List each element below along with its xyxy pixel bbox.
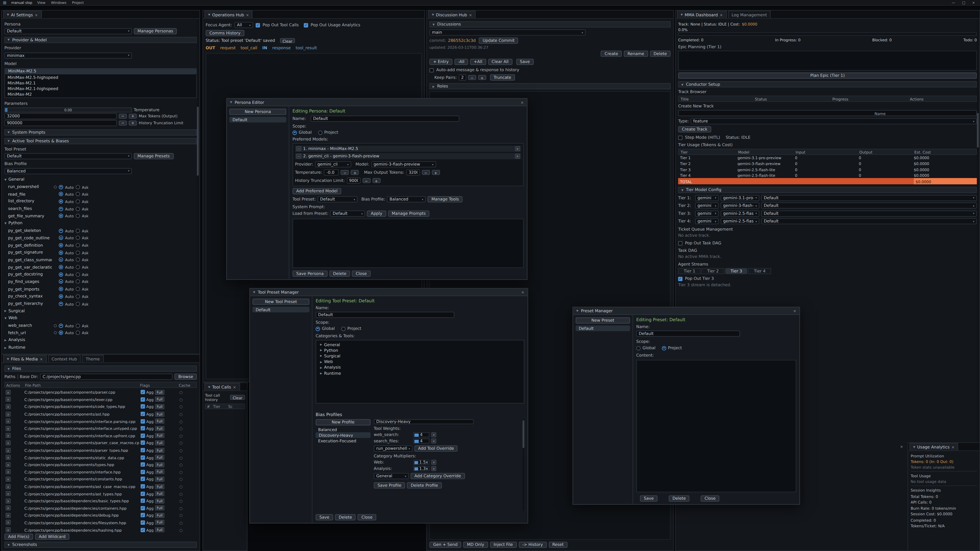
step-mode-checkbox[interactable]: [678, 135, 682, 140]
remove-file-button[interactable]: x: [6, 484, 11, 489]
tier-preset-select[interactable]: Default▾: [761, 210, 977, 217]
ask-radio[interactable]: [76, 250, 80, 254]
remove-file-button[interactable]: x: [6, 491, 11, 496]
persona-select[interactable]: Default▾: [4, 28, 132, 34]
cache-indicator-icon[interactable]: ○: [180, 462, 196, 467]
cache-indicator-icon[interactable]: ○: [180, 441, 196, 445]
multiplier-slider[interactable]: 1.5x: [413, 460, 430, 465]
cache-indicator-icon[interactable]: ○: [180, 426, 196, 430]
ask-radio[interactable]: [76, 279, 80, 284]
delete-preset-button[interactable]: Delete: [669, 495, 690, 502]
tier-provider-select[interactable]: gemini▾: [695, 195, 719, 201]
truncate-button[interactable]: Truncate: [490, 74, 515, 80]
save-discussion-button[interactable]: Save: [516, 59, 533, 65]
delete-profile-button[interactable]: Delete Profile: [407, 483, 442, 489]
decrement-button[interactable]: −: [341, 170, 349, 175]
scope-project-radio[interactable]: [341, 327, 345, 331]
agg-checkbox[interactable]: [141, 484, 145, 489]
agg-checkbox[interactable]: [141, 390, 145, 394]
cache-indicator-icon[interactable]: ○: [180, 477, 196, 481]
menubar-menu[interactable]: View: [37, 0, 45, 4]
create-discussion-button[interactable]: Create: [601, 51, 622, 57]
ask-radio[interactable]: [76, 185, 80, 189]
decrement-button[interactable]: −: [468, 75, 476, 80]
remove-file-button[interactable]: x: [6, 462, 11, 467]
pref-max-tokens-input[interactable]: [406, 169, 420, 176]
cache-indicator-icon[interactable]: ○: [180, 513, 196, 518]
auto-radio[interactable]: [59, 279, 63, 284]
tab-theme[interactable]: Theme: [82, 355, 103, 362]
remove-file-button[interactable]: x: [6, 527, 11, 532]
full-button[interactable]: Full: [155, 520, 165, 525]
increment-button[interactable]: +: [478, 75, 486, 80]
tab-operations-hub[interactable]: ▼ Operations Hub ×: [204, 11, 253, 18]
auto-radio[interactable]: [59, 294, 63, 299]
system-prompts-header[interactable]: ▼ System Prompts: [4, 129, 197, 135]
auto-radio[interactable]: [59, 229, 63, 233]
category-item[interactable]: ▶ General: [318, 342, 522, 348]
discussion-select[interactable]: main▾: [429, 29, 585, 35]
tool-override-select[interactable]: run_powershell▾: [374, 445, 412, 451]
ask-radio[interactable]: [76, 324, 80, 328]
remove-model-icon[interactable]: ×: [515, 154, 520, 159]
tab-close-icon[interactable]: ×: [40, 357, 43, 361]
preset-list-item[interactable]: Default: [576, 326, 630, 331]
pref-provider-select[interactable]: gemini_cli▾: [315, 161, 351, 167]
content-textarea[interactable]: [636, 360, 796, 492]
update-commit-button[interactable]: Update Commit: [479, 38, 518, 44]
remove-file-button[interactable]: x: [6, 390, 11, 395]
tab-log-management[interactable]: Log Management: [728, 11, 771, 18]
cache-indicator-icon[interactable]: ○: [180, 412, 196, 416]
save-preset-button[interactable]: Save: [640, 495, 657, 502]
scope-global-radio[interactable]: [293, 130, 297, 135]
cache-indicator-icon[interactable]: ○: [180, 397, 196, 402]
auto-radio[interactable]: [59, 324, 63, 328]
clear-all-button[interactable]: Clear All: [488, 59, 512, 65]
remove-file-button[interactable]: x: [6, 476, 11, 482]
create-track-button[interactable]: Create Track: [678, 126, 711, 132]
cache-indicator-icon[interactable]: ○: [180, 520, 196, 525]
remove-file-button[interactable]: x: [6, 419, 11, 424]
new-profile-button[interactable]: New Profile: [316, 419, 371, 425]
paths-label[interactable]: Paths: [4, 374, 15, 380]
temperature-slider[interactable]: 0.00: [4, 107, 132, 113]
add-entry-button[interactable]: + Entry: [429, 59, 452, 65]
ask-radio[interactable]: [76, 330, 80, 335]
tab-discussion-hub[interactable]: ▼ Discussion Hub ×: [428, 11, 476, 18]
multiplier-slider[interactable]: 1.3x: [413, 466, 430, 471]
tool-group-header[interactable]: ▶ Runtime: [4, 345, 25, 350]
remove-file-button[interactable]: x: [6, 411, 11, 416]
model-option[interactable]: MiniMax-M2.1: [5, 80, 196, 86]
auto-radio[interactable]: [59, 250, 63, 254]
bias-profile-item[interactable]: Execution-Focused: [316, 438, 371, 444]
stream-tab[interactable]: Tier 4: [748, 268, 771, 274]
tool-preset-manager-titlebar[interactable]: ▼ Tool Preset Manager ×: [250, 289, 528, 296]
cache-indicator-icon[interactable]: ○: [180, 433, 196, 438]
pop-out-tier3-checkbox[interactable]: [678, 276, 682, 281]
agg-checkbox[interactable]: [141, 462, 145, 467]
remove-file-button[interactable]: x: [6, 455, 11, 460]
preferred-model-row[interactable]: − 2. gemini_cli - gemini-3-flash-preview…: [295, 153, 522, 159]
ask-radio[interactable]: [76, 214, 80, 218]
new-persona-button[interactable]: New Persona: [229, 109, 286, 115]
agg-checkbox[interactable]: [141, 477, 145, 481]
manage-prompts-button[interactable]: Manage Prompts: [388, 210, 430, 217]
agg-checkbox[interactable]: [141, 520, 145, 525]
cache-indicator-icon[interactable]: ○: [180, 448, 196, 452]
tool-group-header[interactable]: ▼ General: [4, 177, 24, 182]
maximize-icon[interactable]: □: [962, 0, 965, 4]
base-dir-input[interactable]: [40, 373, 173, 380]
delete-discussion-button[interactable]: Delete: [650, 51, 671, 57]
full-button[interactable]: Full: [155, 433, 165, 438]
tier-provider-select[interactable]: gemini▾: [695, 203, 719, 209]
category-override-select[interactable]: General▾: [374, 473, 409, 479]
tier-model-select[interactable]: gemini-2.5-flash-lite▾: [721, 210, 759, 217]
full-button[interactable]: Full: [155, 513, 165, 518]
pref-model-select[interactable]: gemini-3-flash-preview▾: [371, 161, 436, 167]
tier-preset-select[interactable]: Default▾: [761, 218, 977, 224]
agg-checkbox[interactable]: [141, 470, 145, 474]
profile-name-input[interactable]: [374, 419, 474, 424]
full-button[interactable]: Full: [155, 411, 165, 416]
model-option[interactable]: MiniMax-M2.1-highspeed: [5, 86, 196, 92]
tab-mma-dashboard[interactable]: ▼ MMA Dashboard ×: [677, 11, 727, 18]
